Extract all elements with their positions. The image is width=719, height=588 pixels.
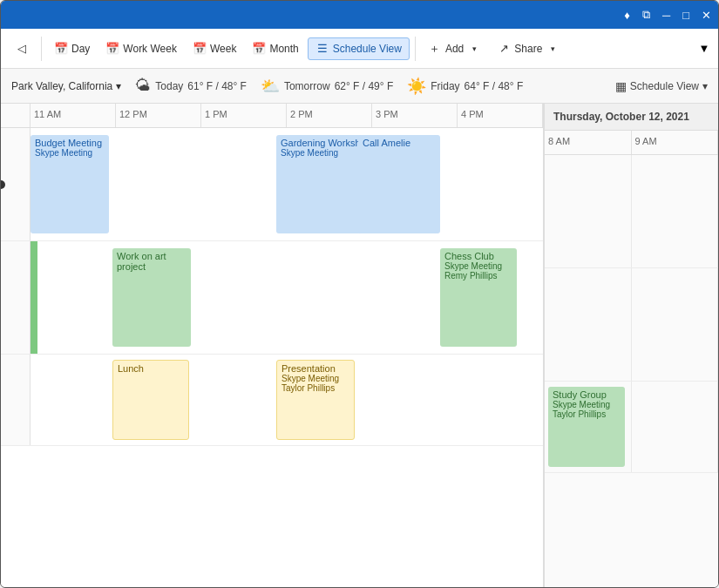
right-row-3: Study Group Skype Meeting Taylor Phillip… bbox=[545, 382, 718, 473]
today-weather-icon: 🌤 bbox=[135, 77, 151, 95]
study-group-event[interactable]: Study Group Skype Meeting Taylor Phillip… bbox=[548, 387, 625, 467]
week-label: Week bbox=[210, 43, 236, 55]
friday-temp: 64° F / 48° F bbox=[465, 80, 524, 92]
chess-club-event[interactable]: Chess Club Skype Meeting Remy Phillips bbox=[440, 248, 517, 347]
toolbar-right: ▼ bbox=[697, 42, 711, 56]
week-icon: 📅 bbox=[193, 42, 207, 56]
study-group-title: Study Group bbox=[553, 389, 621, 400]
location-arrow-icon: ▾ bbox=[116, 80, 121, 92]
right-cell-1a bbox=[545, 155, 632, 267]
time-header-2pm: 2 PM bbox=[287, 104, 372, 127]
call-amelie-event[interactable]: Call Amelie bbox=[358, 135, 437, 233]
add-chevron-icon: ▾ bbox=[467, 42, 481, 56]
maximize-button[interactable]: □ bbox=[682, 9, 689, 22]
titlebar: ♦ ⧉ ─ □ ✕ bbox=[1, 1, 718, 29]
schedule-row-3: Lunch Presentation Skype Meeting Taylor … bbox=[1, 355, 543, 446]
schedule-view-label: Schedule View bbox=[630, 80, 699, 92]
friday-label: Friday bbox=[431, 80, 459, 92]
toolbar-divider-2 bbox=[415, 37, 416, 61]
time-indicator bbox=[1, 180, 5, 189]
time-header-3pm: 3 PM bbox=[372, 104, 458, 127]
right-row-2 bbox=[545, 268, 718, 382]
work-on-art-title: Work on art project bbox=[117, 251, 187, 272]
month-button[interactable]: 📅 Month bbox=[245, 38, 305, 59]
schedule-view-label: Schedule View bbox=[333, 43, 402, 55]
day-label: Day bbox=[71, 43, 90, 55]
presentation-sub1: Skype Meeting bbox=[281, 374, 349, 383]
month-icon: 📅 bbox=[252, 42, 266, 56]
study-group-sub1: Skype Meeting bbox=[553, 400, 621, 409]
right-panel-header: Thursday, October 12, 2021 bbox=[545, 104, 718, 131]
add-button[interactable]: ＋ Add ▾ bbox=[421, 38, 488, 59]
today-label: Today bbox=[155, 80, 183, 92]
week-button[interactable]: 📅 Week bbox=[186, 38, 243, 59]
time-header-1pm: 1 PM bbox=[201, 104, 287, 127]
right-time-8am: 8 AM bbox=[545, 131, 632, 154]
budget-meeting-title: Budget Meeting bbox=[35, 138, 105, 148]
row-cells-3: Lunch Presentation Skype Meeting Taylor … bbox=[31, 355, 543, 445]
date-header: Thursday, October 12, 2021 bbox=[553, 111, 689, 123]
lunch-event[interactable]: Lunch bbox=[112, 360, 189, 440]
right-cell-1b bbox=[632, 155, 719, 267]
schedule-view-arrow-icon: ▾ bbox=[702, 80, 708, 92]
friday-weather: ☀️ Friday 64° F / 48° F bbox=[407, 77, 523, 96]
close-button[interactable]: ✕ bbox=[702, 9, 711, 22]
calendar-area: 11 AM 12 PM 1 PM 2 PM 3 PM 4 PM Budget M… bbox=[1, 104, 718, 588]
schedule-view-button[interactable]: ☰ Schedule View bbox=[308, 37, 410, 60]
month-label: Month bbox=[269, 43, 298, 55]
tomorrow-label: Tomorrow bbox=[284, 80, 330, 92]
right-row-1 bbox=[545, 155, 718, 268]
lunch-title: Lunch bbox=[118, 363, 184, 374]
expand-toolbar-icon[interactable]: ▼ bbox=[697, 42, 711, 56]
schedule-grid: 11 AM 12 PM 1 PM 2 PM 3 PM 4 PM Budget M… bbox=[1, 104, 544, 588]
right-cell-2a bbox=[545, 268, 632, 381]
presentation-title: Presentation bbox=[281, 363, 349, 374]
schedule-icon: ☰ bbox=[315, 42, 329, 56]
time-header-4pm: 4 PM bbox=[458, 104, 543, 127]
budget-meeting-sub: Skype Meeting bbox=[35, 148, 105, 158]
work-on-art-event[interactable]: Work on art project bbox=[112, 248, 191, 347]
add-icon: ＋ bbox=[428, 42, 442, 56]
tomorrow-weather: ⛅ Tomorrow 62° F / 49° F bbox=[261, 77, 393, 96]
share-label: Share bbox=[514, 43, 542, 55]
work-week-icon: 📅 bbox=[105, 42, 119, 56]
location[interactable]: Park Valley, California ▾ bbox=[11, 80, 121, 92]
call-amelie-title: Call Amelie bbox=[363, 138, 432, 148]
collapse-icon: ◁ bbox=[15, 42, 29, 56]
time-header-row: 11 AM 12 PM 1 PM 2 PM 3 PM 4 PM bbox=[1, 104, 543, 128]
today-temp: 61° F / 48° F bbox=[187, 80, 247, 92]
location-text: Park Valley, California bbox=[11, 80, 112, 92]
today-weather: 🌤 Today 61° F / 48° F bbox=[135, 77, 247, 95]
study-group-sub2: Taylor Phillips bbox=[553, 409, 621, 419]
calendar-grid-icon: ▦ bbox=[615, 79, 627, 93]
view-switcher[interactable]: ▦ Schedule View ▾ bbox=[615, 79, 708, 93]
right-time-header: 8 AM 9 AM bbox=[545, 131, 718, 155]
right-cell-2b bbox=[632, 268, 719, 381]
row-cells-1: Budget Meeting Skype Meeting Gardening W… bbox=[31, 128, 543, 240]
right-time-9am: 9 AM bbox=[632, 131, 719, 154]
row-label-1 bbox=[1, 128, 31, 240]
weatherbar: Park Valley, California ▾ 🌤 Today 61° F … bbox=[1, 69, 718, 104]
minimize-button[interactable]: ─ bbox=[662, 9, 670, 22]
schedule-row-1: Budget Meeting Skype Meeting Gardening W… bbox=[1, 128, 543, 241]
toolbar-divider-1 bbox=[41, 37, 42, 61]
row-cells-2: Work on art project Chess Club Skype Mee… bbox=[31, 241, 543, 354]
row-label-2 bbox=[1, 241, 31, 354]
tomorrow-temp: 62° F / 49° F bbox=[335, 80, 394, 92]
row-label-3 bbox=[1, 355, 31, 445]
collapse-button[interactable]: ◁ bbox=[8, 38, 36, 59]
gem-icon: ♦ bbox=[624, 9, 630, 22]
work-week-button[interactable]: 📅 Work Week bbox=[98, 38, 184, 59]
restore-icon[interactable]: ⧉ bbox=[642, 8, 650, 22]
time-header-12pm: 12 PM bbox=[116, 104, 201, 127]
right-rows: Study Group Skype Meeting Taylor Phillip… bbox=[545, 155, 718, 588]
share-button[interactable]: ↗ Share ▾ bbox=[490, 38, 566, 59]
chess-club-sub2: Remy Phillips bbox=[444, 271, 512, 280]
chess-club-title: Chess Club bbox=[444, 251, 512, 261]
budget-meeting-event[interactable]: Budget Meeting Skype Meeting bbox=[31, 135, 109, 233]
day-view-button[interactable]: 📅 Day bbox=[47, 38, 97, 59]
presentation-event[interactable]: Presentation Skype Meeting Taylor Philli… bbox=[276, 360, 355, 440]
calendar-icon: 📅 bbox=[54, 42, 68, 56]
chess-club-sub1: Skype Meeting bbox=[444, 261, 512, 271]
time-header-11am: 11 AM bbox=[31, 104, 116, 127]
